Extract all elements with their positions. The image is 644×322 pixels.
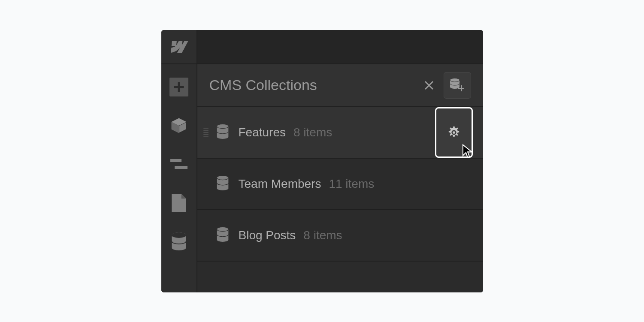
logo-cell[interactable] bbox=[161, 30, 197, 64]
svg-rect-1 bbox=[174, 86, 184, 88]
sidebar-add-button[interactable] bbox=[164, 70, 194, 104]
collection-count: 8 items bbox=[293, 126, 332, 139]
collections-list: Features 8 items bbox=[197, 107, 483, 292]
navigator-icon bbox=[170, 157, 187, 171]
page-icon bbox=[172, 194, 186, 212]
collection-name: Team Members bbox=[239, 177, 321, 191]
top-row bbox=[161, 30, 483, 64]
collection-row-blog-posts[interactable]: Blog Posts 8 items bbox=[197, 210, 483, 262]
collection-count: 11 items bbox=[329, 177, 374, 191]
database-icon bbox=[216, 124, 229, 141]
cms-panel: CMS Collections bbox=[161, 30, 483, 292]
svg-rect-2 bbox=[170, 159, 181, 162]
cursor-icon bbox=[461, 144, 474, 161]
database-plus-icon bbox=[449, 78, 466, 93]
webflow-logo-icon bbox=[169, 41, 188, 53]
new-collection-button[interactable] bbox=[444, 72, 471, 99]
svg-rect-3 bbox=[175, 166, 187, 169]
database-icon bbox=[216, 227, 229, 244]
collection-count: 8 items bbox=[303, 229, 342, 242]
content-area: CMS Collections bbox=[197, 64, 483, 292]
sidebar-components-button[interactable] bbox=[164, 109, 194, 142]
collection-row-empty bbox=[197, 262, 483, 279]
close-icon bbox=[424, 81, 434, 90]
database-icon bbox=[216, 176, 229, 192]
panel-header: CMS Collections bbox=[197, 64, 483, 107]
sidebar-navigator-button[interactable] bbox=[164, 147, 194, 181]
top-bar bbox=[197, 30, 483, 64]
close-button[interactable] bbox=[420, 77, 438, 94]
main-row: CMS Collections bbox=[161, 64, 483, 292]
drag-handle-icon[interactable] bbox=[203, 128, 210, 137]
sidebar-cms-button[interactable] bbox=[164, 225, 194, 258]
svg-rect-8 bbox=[458, 88, 464, 89]
add-icon bbox=[169, 78, 188, 96]
sidebar bbox=[161, 64, 197, 292]
collection-settings-button[interactable] bbox=[435, 107, 473, 158]
panel-title: CMS Collections bbox=[209, 77, 420, 93]
collection-name: Features bbox=[239, 126, 286, 139]
collection-row-features[interactable]: Features 8 items bbox=[197, 107, 483, 159]
box-icon bbox=[170, 117, 188, 135]
collection-name: Blog Posts bbox=[239, 229, 296, 242]
sidebar-pages-button[interactable] bbox=[164, 186, 194, 220]
database-icon bbox=[171, 232, 187, 250]
collection-row-team-members[interactable]: Team Members 11 items bbox=[197, 159, 483, 210]
gear-icon bbox=[447, 125, 461, 140]
